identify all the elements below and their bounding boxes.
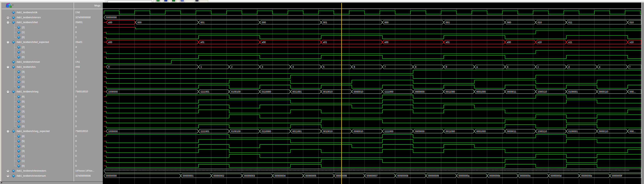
signal-row[interactable]: [1] [2,119,73,124]
collapse-icon[interactable]: − [6,21,9,24]
signal-value: 1 [75,104,77,109]
toolbar-button[interactable] [163,0,168,2]
signal-row[interactable]: /lab1_testbench/reset [2,59,73,64]
signal-name[interactable]: /lab1_testbench/seg_expected [16,129,50,134]
signal-row[interactable]: [1] [2,79,73,84]
signal-row[interactable]: [6] [2,134,73,139]
signal-name[interactable]: /lab1_testbench/errors [16,15,41,20]
signal-row[interactable]: [2] [2,74,73,79]
signal-name[interactable]: [0] [22,84,24,89]
signal-name[interactable]: /lab1_testbench/led [16,20,38,25]
signal-row[interactable]: [3] [2,109,73,114]
bus-value-label: 0110000 [262,130,271,133]
signal-name[interactable]: [3] [22,149,24,154]
signal-icon [17,164,20,168]
signal-row[interactable]: [3] [2,149,73,154]
signal-row[interactable]: [0] [2,84,73,89]
signal-icon [17,55,20,59]
signal-name[interactable]: [5] [22,99,24,104]
signal-name[interactable]: [1] [22,30,24,35]
collapse-icon[interactable]: − [6,41,9,43]
signal-row[interactable]: [2] [2,25,73,30]
signal-name[interactable]: [0] [22,124,24,129]
signal-row[interactable]: [0] [2,55,73,60]
signal-row[interactable]: [1] [2,30,73,35]
signal-name[interactable]: [6] [22,94,24,99]
signal-row[interactable]: [0] [2,124,73,129]
signal-name[interactable]: [4] [22,104,24,109]
signal-row[interactable]: [1] [2,158,73,163]
signal-row[interactable]: [1] [2,50,73,55]
signal-name[interactable]: [2] [22,45,24,50]
signal-row[interactable]: /lab1_testbench/clk [2,10,73,15]
signal-name[interactable]: [6] [22,134,24,139]
signal-name[interactable]: [0] [22,163,24,169]
signal-value-row: 1'h0 [74,10,103,15]
signal-name[interactable]: /lab1_testbench/vectornum [16,173,46,178]
modelsim-wave-window: ▾ /lab1_testbench/clk+/lab1_testbench/er… [0,0,644,184]
signal-row[interactable]: [4] [2,144,73,149]
signal-row[interactable]: [6] [2,94,73,99]
signal-row[interactable]: −/lab1_testbench/s [2,64,73,70]
signal-row[interactable]: [2] [2,114,73,119]
signal-name[interactable]: [2] [22,114,24,119]
signal-value: X [75,45,77,50]
signal-row[interactable]: [2] [2,45,73,50]
signal-row[interactable]: +/lab1_testbench/testvectors [2,168,73,173]
signal-name[interactable]: [3] [22,109,24,114]
bus-value-label: e [599,66,600,68]
signal-name[interactable]: [2] [22,25,24,30]
toolbar-button[interactable] [180,0,185,2]
bus-value-label: 0000011 [507,91,516,93]
signal-name[interactable]: [2] [22,154,24,159]
toolbar-button[interactable] [171,0,176,2]
signal-row[interactable]: −/lab1_testbench/seg [2,89,73,94]
chevron-down-icon[interactable]: ▾ [12,4,14,6]
signal-name[interactable]: [1] [22,79,24,84]
signal-row[interactable]: [3] [2,69,73,74]
signal-name[interactable]: /lab1_testbench/clk [16,10,37,15]
tree-connector [14,101,17,102]
signal-name[interactable]: /lab1_testbench/seg [16,89,38,94]
signal-row[interactable]: [5] [2,99,73,104]
signal-name[interactable]: [5] [22,139,24,144]
signal-row[interactable]: [5] [2,139,73,144]
bus-value-label: 0000110 [599,130,608,133]
collapse-icon[interactable]: − [6,66,9,68]
signal-name[interactable]: [1] [22,158,24,163]
signal-icon [17,100,20,103]
signal-name[interactable]: /lab1_testbench/testvectors [16,168,46,173]
signal-name[interactable]: [2] [22,74,24,79]
signal-name[interactable]: [4] [22,144,24,149]
signal-row[interactable]: [0] [2,163,73,169]
signal-row[interactable]: −/lab1_testbench/led [2,20,73,25]
signal-row[interactable]: [2] [2,154,73,159]
signal-row[interactable]: [4] [2,104,73,109]
toolbar-button[interactable] [194,0,200,2]
signal-row[interactable]: −/lab1_testbench/seg_expected [2,129,73,134]
collapse-icon[interactable]: − [6,130,9,133]
waveform-canvas[interactable]: 00000000x0000000100000100000100001001101… [103,2,644,184]
signal-value-row: 0 [74,134,103,139]
signal-icon [12,174,15,178]
signal-name[interactable]: [0] [22,35,24,40]
expand-icon[interactable]: + [6,16,9,19]
signal-row[interactable]: [0] [2,35,73,40]
signal-name[interactable]: [1] [22,50,24,55]
signal-row[interactable]: −/lab1_testbench/led_expected [2,40,73,45]
signal-name[interactable]: /lab1_testbench/led_expected [16,40,49,45]
signal-name[interactable]: /lab1_testbench/reset [16,59,40,64]
signal-name[interactable]: [3] [22,69,24,74]
signal-name[interactable]: [0] [22,55,24,60]
signal-name[interactable]: [1] [22,119,24,124]
collapse-icon[interactable]: − [6,91,9,93]
signal-name[interactable]: /lab1_testbench/s [16,64,36,70]
signal-row[interactable]: +/lab1_testbench/errors [2,15,73,20]
signal-row[interactable]: +/lab1_testbench/vectornum [2,173,73,178]
wave-plot[interactable]: 00000000x0000000100000100000100001001101… [103,2,644,184]
toolbar [0,0,644,3]
expand-icon[interactable]: + [6,170,9,172]
expand-icon[interactable]: + [6,175,9,177]
bus-value-label: 011 [568,21,572,24]
toolbar-button[interactable] [155,0,161,2]
